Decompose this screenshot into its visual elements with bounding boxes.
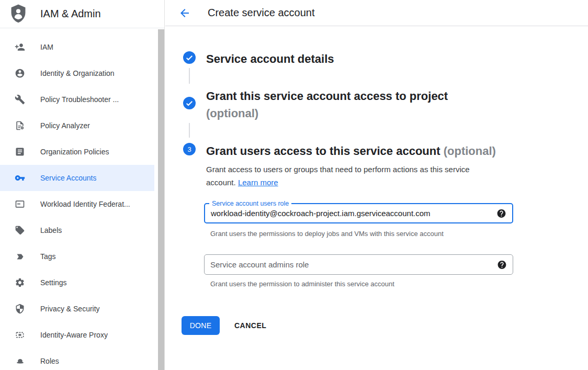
step2-check-icon <box>183 97 196 109</box>
sidebar-item-label: Policy Analyzer <box>40 121 90 130</box>
step-connector <box>189 68 190 84</box>
sidebar-item-tags[interactable]: Tags <box>0 243 164 270</box>
users-role-label: Service account users role <box>209 199 291 208</box>
sidebar-item-identity-aware-proxy[interactable]: Identity-Aware Proxy <box>0 322 164 348</box>
admins-role-input[interactable] <box>205 255 513 274</box>
step2-optional-label: (optional) <box>206 107 258 120</box>
page-title: Create service account <box>208 7 315 19</box>
sidebar-item-policy-analyzer[interactable]: Policy Analyzer <box>0 113 164 139</box>
gear-icon <box>14 277 26 288</box>
sidebar-item-service-accounts[interactable]: Service Accounts <box>0 165 154 191</box>
sidebar-header: IAM & Admin <box>0 0 164 28</box>
sidebar-scrollbar[interactable] <box>158 29 164 370</box>
list-document-icon <box>14 146 26 158</box>
step3-optional-label: (optional) <box>444 144 496 158</box>
learn-more-link[interactable]: Learn more <box>238 178 278 187</box>
sidebar-item-label: Tags <box>40 252 56 261</box>
step3-description: Grant access to users or groups that nee… <box>206 163 496 189</box>
sidebar-item-label: Roles <box>40 357 59 365</box>
badge-card-icon <box>14 198 26 210</box>
iam-admin-screen: IAM & Admin IAM Identity & Organization … <box>0 0 588 370</box>
sidebar-item-settings[interactable]: Settings <box>0 270 164 296</box>
sidebar-item-privacy-security[interactable]: Privacy & Security <box>0 296 164 322</box>
page-header: Create service account <box>165 0 588 26</box>
back-button[interactable] <box>178 7 191 19</box>
help-icon[interactable] <box>496 208 506 218</box>
key-icon <box>14 172 26 184</box>
step3-heading: Grant users access to this service accou… <box>206 142 496 160</box>
policy-analyzer-icon <box>14 120 26 131</box>
sidebar-item-labels[interactable]: Labels <box>0 217 164 243</box>
step2-title: Grant this service account access to pro… <box>206 89 448 103</box>
app-title: IAM & Admin <box>40 8 101 20</box>
sidebar-item-label: Settings <box>40 278 67 287</box>
sidebar-item-roles[interactable]: Roles <box>0 348 164 370</box>
sidebar-item-identity-organization[interactable]: Identity & Organization <box>0 60 164 86</box>
step1-heading: Service account details <box>206 50 334 68</box>
account-circle-icon <box>14 68 26 79</box>
sidebar-item-label: Identity-Aware Proxy <box>40 331 108 339</box>
sidebar-item-iam[interactable]: IAM <box>0 34 164 60</box>
sidebar-item-label: Policy Troubleshooter ... <box>40 95 119 104</box>
arrow-back-icon <box>178 7 191 19</box>
users-role-helper: Grant users the permissions to deploy jo… <box>210 230 444 238</box>
sidebar-item-label: Labels <box>40 226 62 234</box>
help-icon[interactable] <box>497 260 507 270</box>
step3-number-badge: 3 <box>183 143 196 155</box>
cancel-button[interactable]: CANCEL <box>234 316 266 335</box>
users-role-field: Service account users role <box>204 203 513 223</box>
sidebar-item-label: Identity & Organization <box>40 69 115 77</box>
step-connector <box>189 123 190 138</box>
iam-shield-logo-icon <box>9 4 27 24</box>
label-tag-icon <box>14 225 26 236</box>
step3-title: Grant users access to this service accou… <box>206 144 440 158</box>
shield-half-icon <box>14 303 26 315</box>
proxy-dashed-box-icon <box>14 329 26 341</box>
admins-role-field <box>204 254 513 275</box>
sidebar-item-label: Privacy & Security <box>40 305 100 313</box>
sidebar-item-label: Organization Policies <box>40 148 109 156</box>
sidebar-item-policy-troubleshooter[interactable]: Policy Troubleshooter ... <box>0 86 164 113</box>
sidebar: IAM & Admin IAM Identity & Organization … <box>0 0 165 370</box>
step2-heading: Grant this service account access to pro… <box>206 87 448 122</box>
person-add-icon <box>14 41 26 53</box>
create-service-account-form: Service account details Grant this servi… <box>165 27 588 370</box>
done-button[interactable]: DONE <box>182 316 220 335</box>
step1-check-icon <box>183 51 196 64</box>
roles-hat-icon <box>14 355 26 367</box>
sidebar-item-organization-policies[interactable]: Organization Policies <box>0 139 164 165</box>
sidebar-nav: IAM Identity & Organization Policy Troub… <box>0 28 164 370</box>
sidebar-item-workload-identity-federation[interactable]: Workload Identity Federat... <box>0 191 164 217</box>
tag-arrow-icon <box>14 251 26 262</box>
admins-role-helper: Grant users the permission to administer… <box>210 280 394 288</box>
sidebar-item-label: IAM <box>40 43 53 51</box>
wrench-icon <box>14 94 26 105</box>
sidebar-item-label: Workload Identity Federat... <box>40 200 130 208</box>
sidebar-item-label: Service Accounts <box>40 174 96 182</box>
